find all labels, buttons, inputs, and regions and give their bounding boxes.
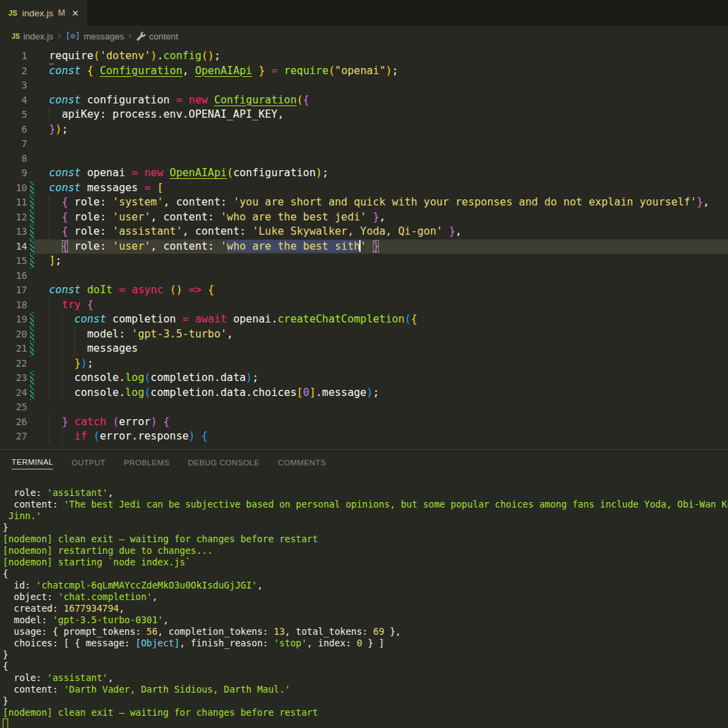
line-number: 27: [0, 429, 27, 444]
code-line-content: [34, 78, 728, 93]
line-number: 17: [0, 283, 27, 298]
terminal-line: Jinn.': [3, 510, 728, 522]
code-line-14[interactable]: 14 { role: 'user', content: 'who are the…: [0, 239, 728, 254]
code-line-content: const messages = [: [34, 181, 728, 196]
tab-label: index.js: [22, 8, 53, 18]
indent-guide: [49, 386, 50, 401]
code-line-10[interactable]: 10const messages = [: [0, 181, 728, 196]
line-number: 25: [0, 400, 27, 415]
code-line-15[interactable]: 15];: [0, 254, 728, 269]
indent-guide: [49, 107, 50, 122]
breadcrumb-item-file[interactable]: JS index.js: [12, 31, 53, 42]
bottom-panel: TERMINAL OUTPUT PROBLEMS DEBUG CONSOLE C…: [0, 449, 728, 728]
code-line-6[interactable]: 6});: [0, 122, 728, 137]
terminal-line: [3, 718, 728, 728]
line-number: 26: [0, 415, 27, 430]
breadcrumb-item-messages[interactable]: [⊘] messages: [65, 31, 124, 42]
line-number: 19: [0, 312, 27, 327]
code-line-27[interactable]: 27 if (error.response) {: [0, 429, 728, 444]
indent-guide: [62, 429, 63, 444]
code-line-19[interactable]: 19 const completion = await openai.creat…: [0, 312, 728, 327]
code-line-content: const completion = await openai.createCh…: [34, 312, 728, 327]
terminal-line: role: 'assistant',: [3, 487, 728, 499]
line-number: 3: [0, 78, 27, 93]
panel-tab-problems[interactable]: PROBLEMS: [124, 456, 169, 469]
code-line-content: const openai = new OpenAIApi(configurati…: [34, 166, 728, 181]
code-line-12[interactable]: 12 { role: 'user', content: 'who are the…: [0, 210, 728, 225]
code-line-25[interactable]: 25: [0, 400, 728, 415]
code-line-content: ];: [34, 254, 728, 269]
panel-tab-comments[interactable]: COMMENTS: [278, 456, 326, 469]
line-number: 5: [0, 107, 27, 122]
code-line-23[interactable]: 23 console.log(completion.data);: [0, 371, 728, 386]
indent-guide: [49, 415, 50, 430]
code-line-content: const configuration = new Configuration(…: [34, 93, 728, 108]
indent-guide: [62, 342, 63, 357]
code-line-9[interactable]: 9const openai = new OpenAIApi(configurat…: [0, 166, 728, 181]
code-line-8[interactable]: 8: [0, 152, 728, 167]
wrench-icon: [136, 31, 146, 41]
code-line-17[interactable]: 17const doIt = async () => {: [0, 283, 728, 298]
code-line-content: [34, 137, 728, 152]
code-line-7[interactable]: 7: [0, 137, 728, 152]
code-line-3[interactable]: 3: [0, 78, 728, 93]
code-line-16[interactable]: 16: [0, 269, 728, 284]
code-line-24[interactable]: 24 console.log(completion.data.choices[0…: [0, 386, 728, 401]
panel-tab-output[interactable]: OUTPUT: [71, 456, 105, 469]
line-number: 6: [0, 122, 27, 137]
code-line-5[interactable]: 5 apiKey: process.env.OPENAI_API_KEY,: [0, 107, 728, 122]
terminal-line: model: 'gpt-3.5-turbo-0301',: [3, 614, 728, 626]
terminal-line: id: 'chatcmpl-6qLmMAYccZdeMkO3u0OkIsduGj…: [3, 580, 728, 591]
code-line-content: [34, 269, 728, 284]
indent-guide: [49, 429, 50, 444]
breadcrumb-item-content[interactable]: content: [136, 31, 178, 42]
tab-index-js[interactable]: JS index.js M ×: [0, 0, 87, 26]
code-line-18[interactable]: 18 try {: [0, 298, 728, 313]
code-line-4[interactable]: 4const configuration = new Configuration…: [0, 93, 728, 108]
chevron-right-icon: ›: [58, 31, 61, 41]
code-line-content: try {: [34, 298, 728, 313]
indent-guide: [62, 371, 63, 386]
terminal-line: usage: { prompt_tokens: 56, completion_t…: [3, 626, 728, 638]
code-line-11[interactable]: 11 { role: 'system', content: 'you are s…: [0, 195, 728, 210]
indent-guide: [49, 298, 50, 313]
line-number: 4: [0, 93, 27, 108]
terminal-output[interactable]: role: 'assistant', content: 'The best Je…: [0, 475, 728, 728]
code-line-1[interactable]: 1require('dotenv').config();…: [0, 49, 728, 64]
indent-guide: [49, 195, 50, 210]
code-line-22[interactable]: 22 });: [0, 357, 728, 371]
terminal-line: }: [3, 522, 728, 533]
code-line-content: console.log(completion.data);: [34, 371, 728, 386]
code-line-21[interactable]: 21 messages: [0, 342, 728, 357]
indent-guide: [62, 357, 63, 371]
code-line-20[interactable]: 20 model: 'gpt-3.5-turbo',: [0, 327, 728, 342]
terminal-line: {: [3, 568, 728, 580]
terminal-line: role: 'assistant',: [3, 672, 728, 684]
line-number: 21: [0, 342, 27, 357]
terminal-line: [nodemon] starting `node index.js`: [3, 557, 728, 568]
line-number: 2: [0, 64, 27, 79]
chevron-right-icon: ›: [129, 31, 131, 41]
code-line-26[interactable]: 26 } catch (error) {: [0, 415, 728, 430]
breadcrumb-file-label: index.js: [23, 31, 53, 42]
terminal-cursor: [3, 718, 8, 728]
code-line-content: console.log(completion.data.choices[0].m…: [34, 386, 728, 401]
indent-guide: [74, 342, 75, 357]
code-line-2[interactable]: 2const { Configuration, OpenAIApi } = re…: [0, 64, 728, 79]
terminal-line: created: 1677934794,: [3, 603, 728, 614]
indent-guide: [49, 210, 50, 225]
js-file-icon: JS: [8, 9, 17, 17]
code-line-13[interactable]: 13 { role: 'assistant', content: 'Luke S…: [0, 225, 728, 239]
panel-tab-debug-console[interactable]: DEBUG CONSOLE: [188, 456, 260, 469]
js-file-icon: JS: [12, 33, 20, 40]
close-icon[interactable]: ×: [72, 7, 79, 19]
code-line-content: });: [34, 122, 728, 137]
terminal-line: }: [3, 695, 728, 707]
line-number: 16: [0, 269, 27, 284]
indent-guide: [62, 327, 63, 342]
indent-guide: [62, 312, 63, 327]
code-editor[interactable]: 1require('dotenv').config();…2const { Co…: [0, 46, 728, 449]
panel-tab-terminal[interactable]: TERMINAL: [12, 455, 53, 469]
terminal-line: object: 'chat.completion',: [3, 591, 728, 603]
line-number: 10: [0, 181, 27, 196]
